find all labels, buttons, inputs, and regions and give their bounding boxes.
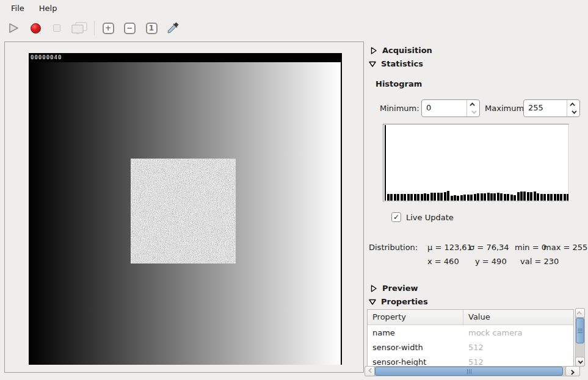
scroll-right-button[interactable] <box>565 366 580 376</box>
record-icon <box>31 23 41 34</box>
table-row[interactable]: name mock camera <box>368 325 573 340</box>
scroll-left-button[interactable] <box>365 366 375 376</box>
chevron-down-icon <box>578 359 583 364</box>
properties-table: Property Value name mock camera sensor-w… <box>367 309 574 367</box>
toolbar-separator <box>94 21 95 35</box>
table-row[interactable]: sensor-width 512 <box>368 340 573 354</box>
zoom-in-button[interactable]: + <box>100 20 117 37</box>
distribution-x: x = 460 <box>427 257 459 266</box>
zoom-out-button[interactable]: − <box>121 20 138 37</box>
property-value-cell: mock camera <box>463 328 573 337</box>
distribution-label: Distribution: <box>369 243 418 252</box>
properties-label: Properties <box>381 297 428 306</box>
histogram-plot <box>383 124 569 202</box>
frame-counter: 00000040 <box>29 53 341 62</box>
expander-collapsed-icon <box>370 285 377 292</box>
fullscreen-button[interactable] <box>68 20 90 37</box>
record-button[interactable] <box>27 20 44 37</box>
property-value-cell: 512 <box>463 357 573 367</box>
maximum-spinbox[interactable]: 255 <box>523 99 580 117</box>
properties-table-header[interactable]: Property Value <box>368 310 573 325</box>
horizontal-scrollbar-thumb[interactable] <box>375 367 563 376</box>
stop-button[interactable] <box>48 20 65 37</box>
vertical-scrollbar-thumb[interactable] <box>576 318 584 343</box>
distribution-min: min = 0 <box>515 243 546 252</box>
property-name-cell: sensor-width <box>368 343 463 352</box>
chevron-up-icon <box>570 102 575 107</box>
acquisition-expander[interactable]: Acquisition <box>370 46 432 55</box>
maximum-value[interactable]: 255 <box>524 100 567 117</box>
chevron-down-icon <box>572 109 576 114</box>
minimum-spinbox[interactable]: 0 <box>421 99 480 117</box>
column-header-value[interactable]: Value <box>463 310 573 324</box>
minimum-value[interactable]: 0 <box>422 100 466 117</box>
noise-square <box>131 159 236 263</box>
menu-file[interactable]: File <box>5 1 31 15</box>
zoom-out-icon: − <box>124 23 136 34</box>
property-value-cell: 512 <box>463 343 573 352</box>
statistics-label: Statistics <box>381 59 423 68</box>
zoom-original-icon: 1 <box>146 23 158 34</box>
minimum-label: Minimum: <box>380 104 419 113</box>
histogram-title: Histogram <box>376 79 422 88</box>
property-name-cell: sensor-height <box>368 357 463 367</box>
chevron-up-icon <box>470 102 474 107</box>
distribution-val: val = 230 <box>520 257 559 266</box>
maximum-label: Maximum: <box>485 104 526 113</box>
table-row[interactable]: sensor-height 512 <box>368 354 573 367</box>
camera-image[interactable]: 00000040 <box>29 53 342 365</box>
zoom-original-button[interactable]: 1 <box>143 20 160 37</box>
eyedropper-icon <box>165 21 180 35</box>
property-name-cell: name <box>368 328 463 337</box>
distribution-y: y = 490 <box>475 257 507 266</box>
expander-collapsed-icon <box>370 47 377 54</box>
acquisition-label: Acquisition <box>382 46 432 55</box>
live-update-label: Live Update <box>406 213 454 222</box>
chevron-right-icon <box>569 370 574 375</box>
distribution-max: max = 255 <box>543 243 587 252</box>
color-picker-button[interactable] <box>164 20 181 37</box>
maximum-spin-up[interactable] <box>567 100 579 109</box>
column-header-property[interactable]: Property <box>368 310 463 324</box>
distribution-sigma: σ = 76,34 <box>470 243 509 252</box>
chevron-down-icon <box>471 109 476 114</box>
maximum-spin-down[interactable] <box>567 109 579 117</box>
live-update-checkbox[interactable]: ✓ <box>391 212 401 222</box>
zoom-in-icon: + <box>103 23 114 34</box>
scroll-up-button[interactable] <box>575 308 585 318</box>
stop-icon <box>53 24 60 32</box>
distribution-mu: μ = 123,61 <box>427 243 472 252</box>
chevron-up-icon <box>576 311 581 316</box>
menubar: File Help <box>0 0 588 16</box>
scroll-down-button[interactable] <box>575 357 585 367</box>
chevron-left-icon <box>368 368 373 373</box>
menu-help[interactable]: Help <box>33 1 64 15</box>
image-view-frame: 00000040 <box>4 41 364 373</box>
expander-expanded-icon <box>369 298 376 306</box>
properties-expander[interactable]: Properties <box>369 297 428 306</box>
expander-expanded-icon <box>369 60 376 68</box>
minimum-spin-up[interactable] <box>467 100 479 109</box>
play-icon <box>7 22 20 34</box>
statistics-expander[interactable]: Statistics <box>369 59 423 68</box>
preview-label: Preview <box>382 284 418 293</box>
minimum-spin-down[interactable] <box>467 109 479 117</box>
display-icon <box>70 21 89 35</box>
preview-expander[interactable]: Preview <box>370 284 418 293</box>
play-button[interactable] <box>5 20 22 37</box>
